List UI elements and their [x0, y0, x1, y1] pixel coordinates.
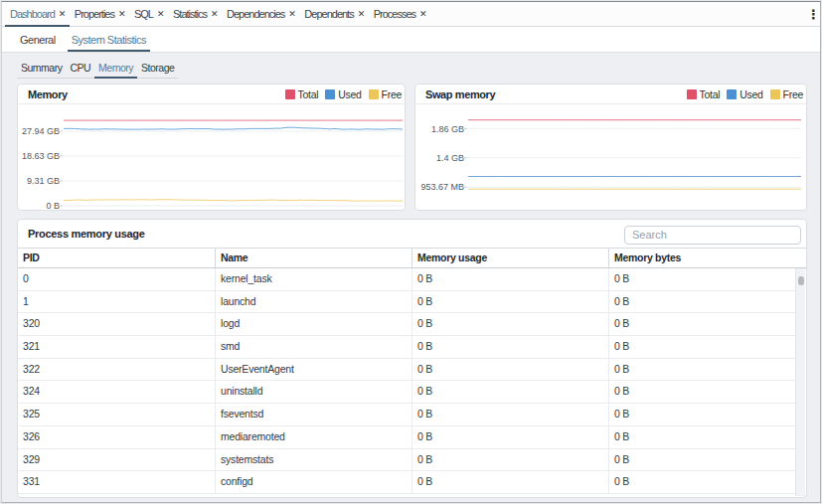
table-body: 0 kernel_task 0 B 0 B 1 launchd 0 B 0 B …	[18, 268, 796, 494]
table-row[interactable]: 326 mediaremoted 0 B 0 B	[18, 426, 796, 449]
main-tab[interactable]: SQL ✕	[129, 2, 168, 26]
table-scrollbar-thumb[interactable]	[798, 276, 804, 285]
cell-memory-usage: 0 B	[412, 313, 609, 335]
statistics-tab-label: Memory	[98, 62, 133, 74]
table-row[interactable]: 322 UserEventAgent 0 B 0 B	[18, 359, 796, 382]
main-tab-label: Dependents	[304, 8, 353, 20]
swap-memory-chart-svg: 953.67 MB1.4 GB1.86 GB	[415, 104, 806, 210]
table-row[interactable]: 1 launchd 0 B 0 B	[18, 291, 796, 314]
main-tab[interactable]: Dependents ✕	[299, 2, 368, 26]
y-axis-tick-label: 953.67 MB	[420, 182, 464, 192]
cell-memory-bytes: 0 B	[609, 449, 796, 471]
cell-memory-usage: 0 B	[412, 404, 609, 425]
table-header-row: PIDNameMemory usageMemory bytes	[18, 248, 806, 268]
table-header-cell[interactable]: Memory bytes	[609, 249, 806, 267]
legend-label: Used	[740, 88, 762, 100]
kebab-menu-icon[interactable]: ⋮	[807, 2, 820, 27]
cell-memory-bytes: 0 B	[609, 471, 796, 493]
table-scrollbar[interactable]	[795, 268, 805, 496]
table-row[interactable]: 321 smd 0 B 0 B	[18, 336, 796, 359]
main-tab-label: SQL	[134, 8, 153, 20]
process-memory-header: Process memory usage	[18, 220, 806, 248]
dashboard-tab-label: General	[20, 34, 56, 46]
cell-memory-usage: 0 B	[412, 449, 609, 471]
dashboard-tab-label: System Statistics	[72, 34, 146, 46]
series-line-free	[64, 200, 403, 202]
charts-row: Memory TotalUsedFree 0 B9.31 GB18.63 GB2…	[17, 84, 807, 211]
main-tab-label: Properties	[75, 8, 114, 20]
y-axis-tick-label: 18.63 GB	[22, 151, 60, 161]
statistics-tab[interactable]: CPU	[66, 57, 94, 78]
main-tab-label: Dependencies	[227, 8, 284, 20]
cell-name: launchd	[216, 291, 412, 313]
legend-item: Used	[325, 88, 361, 100]
statistics-tab[interactable]: Storage	[137, 57, 178, 78]
cell-pid: 329	[18, 449, 216, 471]
cell-pid: 322	[18, 359, 216, 381]
close-tab-icon[interactable]: ✕	[358, 10, 365, 19]
table-row[interactable]: 0 kernel_task 0 B 0 B	[18, 268, 796, 291]
close-tab-icon[interactable]: ✕	[118, 10, 125, 19]
cell-memory-bytes: 0 B	[609, 426, 796, 448]
swap-chart-panel: Swap memory TotalUsedFree 953.67 MB1.4 G…	[414, 84, 807, 211]
cell-name: uninstalld	[216, 381, 412, 403]
cell-pid: 0	[18, 268, 216, 290]
legend-label: Free	[382, 88, 402, 100]
main-tab[interactable]: Statistics ✕	[168, 2, 222, 26]
main-tab[interactable]: Properties ✕	[70, 2, 129, 26]
cell-name: smd	[216, 336, 412, 358]
memory-chart-header: Memory TotalUsedFree	[18, 84, 405, 104]
statistics-tab-bar: Summary CPU Memory Storage	[17, 57, 178, 79]
table-header-cell[interactable]: Memory usage	[412, 249, 609, 267]
table-row[interactable]: 331 configd 0 B 0 B	[18, 471, 796, 494]
main-tab[interactable]: Dependencies ✕	[222, 2, 299, 26]
dashboard-tab[interactable]: General	[16, 27, 60, 52]
main-tab-label: Processes	[374, 8, 415, 20]
table-header-cell[interactable]: PID	[18, 249, 216, 267]
swap-chart-header: Swap memory TotalUsedFree	[415, 84, 806, 104]
cell-name: logd	[216, 313, 412, 335]
table-header-cell[interactable]: Name	[216, 249, 412, 267]
cell-pid: 326	[18, 426, 216, 448]
cell-pid: 320	[18, 313, 216, 335]
process-memory-panel: Process memory usage PIDNameMemory usage…	[17, 219, 807, 498]
cell-memory-usage: 0 B	[412, 291, 609, 313]
memory-chart-title: Memory	[28, 88, 68, 100]
cell-name: fseventsd	[216, 404, 412, 425]
cell-memory-usage: 0 B	[412, 359, 609, 381]
legend-swatch-free	[770, 89, 780, 99]
close-tab-icon[interactable]: ✕	[157, 10, 164, 19]
table-row[interactable]: 320 logd 0 B 0 B	[18, 313, 796, 336]
main-tab-bar: Dashboard ✕ Properties ✕ SQL ✕ Statistic…	[2, 2, 820, 27]
main-tab[interactable]: Dashboard ✕	[5, 2, 70, 26]
statistics-tab[interactable]: Summary	[17, 57, 66, 78]
main-tab[interactable]: Processes ✕	[369, 2, 430, 26]
legend-label: Used	[338, 88, 361, 100]
close-tab-icon[interactable]: ✕	[419, 10, 426, 19]
close-tab-icon[interactable]: ✕	[59, 10, 66, 19]
table-row[interactable]: 329 systemstats 0 B 0 B	[18, 449, 796, 472]
y-axis-tick-label: 9.31 GB	[27, 176, 60, 186]
search-input[interactable]	[624, 226, 801, 245]
cell-memory-usage: 0 B	[412, 268, 609, 290]
swap-chart: 953.67 MB1.4 GB1.86 GB	[415, 104, 806, 210]
swap-chart-title: Swap memory	[425, 88, 495, 100]
statistics-tab[interactable]: Memory	[94, 57, 137, 78]
cell-memory-bytes: 0 B	[609, 336, 796, 358]
table-row[interactable]: 324 uninstalld 0 B 0 B	[18, 381, 796, 404]
dashboard-tab[interactable]: System Statistics	[68, 27, 150, 52]
memory-chart-svg: 0 B9.31 GB18.63 GB27.94 GB	[18, 104, 405, 210]
memory-chart-panel: Memory TotalUsedFree 0 B9.31 GB18.63 GB2…	[17, 84, 406, 211]
close-tab-icon[interactable]: ✕	[288, 10, 295, 19]
series-line-used	[64, 127, 403, 129]
statistics-tab-label: Storage	[141, 62, 174, 74]
cell-pid: 324	[18, 381, 216, 403]
process-memory-title: Process memory usage	[28, 228, 145, 240]
cell-pid: 321	[18, 336, 216, 358]
table-row[interactable]: 325 fseventsd 0 B 0 B	[18, 404, 796, 426]
cell-pid: 325	[18, 404, 216, 425]
close-tab-icon[interactable]: ✕	[211, 10, 218, 19]
cell-name: systemstats	[216, 449, 412, 471]
y-axis-tick-label: 27.94 GB	[22, 126, 60, 136]
cell-name: UserEventAgent	[216, 359, 412, 381]
